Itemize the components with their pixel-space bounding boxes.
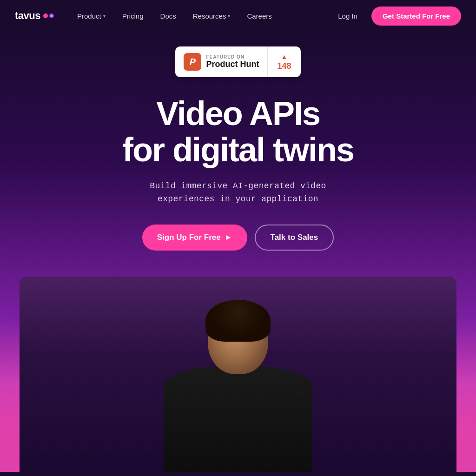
hero-heading-line1: Video APIs	[156, 95, 320, 132]
video-container: Try talking to a digital twin live	[20, 277, 456, 472]
logo-text: tavus	[15, 10, 40, 22]
get-started-button[interactable]: Get Started For Free	[371, 7, 461, 26]
ph-badge-text: FEATURED ON Product Hunt	[206, 54, 259, 69]
signup-button-label: Sign Up For Free	[157, 233, 221, 242]
hero-buttons: Sign Up For Free ► Talk to Sales	[142, 225, 334, 251]
arrow-right-icon: ►	[225, 233, 232, 242]
talk-to-sales-button[interactable]: Talk to Sales	[255, 225, 334, 251]
hero-heading: Video APIs for digital twins	[122, 96, 354, 168]
logo-dot-light	[49, 13, 54, 18]
nav-item-pricing[interactable]: Pricing	[116, 8, 150, 24]
nav-item-docs[interactable]: Docs	[154, 8, 183, 24]
navbar: tavus Product ▾ Pricing Docs Resources ▾…	[0, 0, 476, 32]
nav-item-product[interactable]: Product ▾	[71, 8, 112, 24]
person-body	[164, 365, 312, 472]
product-hunt-badge[interactable]: P FEATURED ON Product Hunt ▲ 148	[175, 46, 300, 77]
logo-icon	[43, 13, 54, 18]
nav-item-careers[interactable]: Careers	[240, 8, 278, 24]
hero-subtext-line1: Build immersive AI-generated video	[150, 181, 326, 191]
video-placeholder: Try talking to a digital twin live	[20, 277, 456, 472]
signup-button[interactable]: Sign Up For Free ►	[142, 225, 247, 251]
person-hair	[205, 300, 271, 342]
ph-featured-on-label: FEATURED ON	[206, 54, 259, 60]
logo[interactable]: tavus	[15, 10, 54, 22]
hero-heading-line2: for digital twins	[122, 131, 354, 168]
chevron-down-icon-resources: ▾	[228, 13, 230, 19]
hero-subtext-line2: experiences in your application	[158, 194, 318, 204]
upvote-arrow-icon: ▲	[281, 53, 288, 60]
chevron-down-icon: ▾	[103, 13, 106, 19]
nav-item-resources[interactable]: Resources ▾	[186, 8, 237, 24]
nav-right: Log In Get Started For Free	[331, 7, 461, 26]
login-link[interactable]: Log In	[331, 8, 364, 24]
product-hunt-icon: P	[184, 53, 201, 71]
ph-badge-right: ▲ 148	[268, 48, 300, 76]
hero-section: P FEATURED ON Product Hunt ▲ 148 Video A…	[0, 32, 476, 472]
hero-subtext: Build immersive AI-generated video exper…	[150, 179, 326, 206]
person-figure	[20, 277, 456, 472]
logo-dot-pink	[43, 13, 48, 18]
nav-links: Product ▾ Pricing Docs Resources ▾ Caree…	[71, 8, 331, 24]
ph-badge-left: P FEATURED ON Product Hunt	[175, 46, 268, 77]
ph-name-label: Product Hunt	[206, 60, 259, 69]
upvote-count: 148	[277, 61, 291, 71]
